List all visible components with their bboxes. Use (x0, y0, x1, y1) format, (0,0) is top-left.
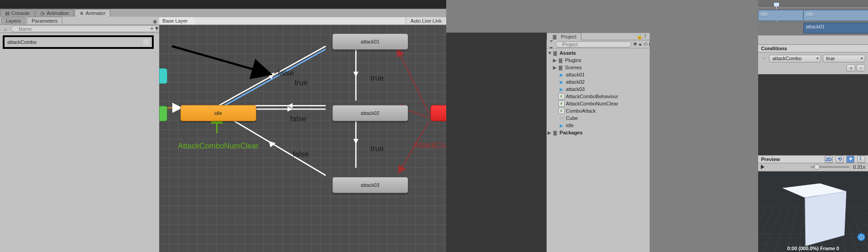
preview-2d-button[interactable]: 2D (825, 156, 833, 163)
script-icon: # (558, 93, 565, 100)
gutter (446, 0, 547, 252)
tree-idle[interactable]: ▶idle (547, 122, 650, 129)
clip-attack01[interactable]: attack01 (803, 23, 868, 33)
breadcrumb-base-layer[interactable]: Base Layer (159, 17, 193, 24)
svg-marker-10 (353, 71, 358, 76)
preview-help-button[interactable]: ⓘ (857, 233, 865, 241)
condition-param-dropdown[interactable]: attackCombo (769, 55, 821, 62)
filter-label-icon[interactable]: ● (639, 41, 642, 48)
node-idle[interactable]: idle (180, 105, 256, 121)
script-icon: # (558, 100, 565, 107)
filter-type-icon[interactable]: ❖ (633, 41, 637, 48)
tree-scenes[interactable]: ▶▇Scenes (547, 64, 650, 71)
speed-slider[interactable] (811, 166, 849, 168)
svg-line-14 (172, 46, 264, 72)
parameter-row-attackcombo[interactable]: attackCombo (3, 35, 154, 49)
preview-orbit-icon[interactable]: ⟲ (835, 156, 844, 163)
hidden-icon[interactable]: ⦵ (643, 41, 648, 48)
folder-icon: ▇ (557, 64, 564, 71)
node-exit[interactable]: Exit (430, 105, 446, 121)
node-entry[interactable] (159, 106, 167, 121)
inspector-panel: idle idle attack01 Conditions = attackCo… (758, 0, 868, 252)
sub-tab-parameters[interactable]: Parameters (27, 17, 62, 24)
parameter-checkbox[interactable] (143, 39, 149, 45)
edge-label: true (371, 144, 384, 153)
svg-marker-12 (353, 139, 358, 144)
preview-viewport[interactable]: 0:00 (000.0%) Frame 0 ⓘ (758, 171, 868, 252)
tree-attack03[interactable]: ▶attack03 (547, 86, 650, 93)
play-button[interactable] (761, 165, 764, 169)
breadcrumb-row: Base Layer Auto Live Link (159, 17, 446, 25)
tree-attack02[interactable]: ▶attack02 (547, 78, 650, 86)
preview-menu-icon[interactable]: ⠇ (857, 156, 865, 163)
annotation-behaviour: AttackComboBehaviour (413, 141, 446, 150)
eye-icon[interactable]: ◉ (151, 19, 159, 24)
tab-project[interactable]: ▇ Project (547, 33, 581, 40)
tree-plugins[interactable]: ▶▇Plugins (547, 57, 650, 64)
anim-icon: ▶ (558, 71, 565, 78)
menu-icon[interactable]: ⠇ (644, 33, 648, 39)
tree-clear[interactable]: #AttackComboNumClear (547, 100, 650, 107)
edge-label: false (293, 150, 309, 159)
svg-line-2 (216, 49, 326, 110)
tree-assets[interactable]: ▼▇Assets (547, 49, 650, 57)
svg-marker-8 (269, 141, 275, 147)
add-condition-button[interactable]: ＋ (846, 64, 855, 71)
project-search-input[interactable] (556, 41, 632, 48)
tab-label: Animator (85, 10, 105, 16)
lock-icon[interactable]: 🔒 (637, 33, 643, 39)
edge-label: false (278, 69, 294, 78)
edge-label: true (371, 74, 384, 83)
animation-icon: ◷ (40, 10, 45, 16)
node-label: attack03 (361, 182, 380, 188)
project-tree: ▼▇Assets ▶▇Plugins ▶▇Scenes ▶attack01 ▶a… (547, 48, 650, 252)
clip-idle-a[interactable]: idle (758, 10, 803, 21)
tab-console[interactable]: ▤ Console (0, 9, 34, 17)
node-attack01[interactable]: attack01 (332, 33, 408, 50)
node-label: attack02 (361, 110, 380, 116)
animator-graph[interactable]: idle attack01 attack02 attack03 Exit fal… (159, 25, 446, 252)
tree-packages[interactable]: ▶▇Packages (547, 129, 650, 136)
node-attack03[interactable]: attack03 (332, 177, 408, 193)
divider-strip (650, 0, 759, 252)
parameter-name: attackCombo (7, 39, 143, 45)
tab-label: Animation (47, 10, 69, 16)
tree-behaviour[interactable]: #AttackComboBehaviour (547, 93, 650, 100)
node-label: Exit (436, 110, 446, 116)
transition-timeline[interactable]: idle idle attack01 (758, 0, 868, 35)
svg-line-0 (217, 46, 326, 106)
script-icon: # (558, 108, 565, 114)
drag-handle-icon[interactable]: = (761, 56, 767, 61)
add-parameter-button[interactable]: ＋▾ (149, 24, 158, 33)
tab-animator[interactable]: ⋔ Animator (75, 9, 110, 17)
svg-marker-4 (287, 106, 292, 111)
parameter-search-input[interactable] (11, 25, 158, 32)
conditions-body: = attackCombo true ＋ － (758, 52, 868, 74)
preview-controls: 0.31x (758, 163, 868, 171)
folder-icon: ▇ (552, 50, 558, 56)
node-any-state[interactable] (159, 68, 167, 84)
clip-idle-b[interactable]: idle (803, 10, 868, 21)
tree-cube[interactable]: □Cube (547, 114, 650, 122)
tree-attack01[interactable]: ▶attack01 (547, 71, 650, 78)
tab-label: Project (561, 34, 576, 39)
condition-value-dropdown[interactable]: true (823, 55, 865, 62)
tree-combo[interactable]: #ComboAttack (547, 107, 650, 114)
tab-label: Console (11, 10, 29, 16)
condition-row: = attackCombo true (761, 54, 865, 62)
node-label: idle (214, 110, 222, 116)
anim-icon: ▶ (558, 79, 565, 85)
preview-avatar-icon[interactable]: ✦ (846, 156, 854, 163)
sub-tab-layers[interactable]: Layers (1, 17, 26, 24)
animator-sub-tabs: Layers Parameters ◉ (0, 17, 159, 25)
parameter-search-row: ⌕ ＋▾ (0, 25, 159, 33)
remove-condition-button[interactable]: － (856, 64, 865, 71)
node-attack02[interactable]: attack02 (332, 105, 408, 121)
edge-label: false (290, 114, 307, 124)
annotation-clear: AttackComboNumClear (178, 142, 259, 151)
folder-icon: ▇ (552, 33, 558, 40)
conditions-header: Conditions (758, 44, 868, 52)
auto-live-link-toggle[interactable]: Auto Live Link (406, 17, 446, 24)
search-icon: ⌕ (1, 26, 9, 32)
tab-animation[interactable]: ◷ Animation (35, 9, 74, 17)
